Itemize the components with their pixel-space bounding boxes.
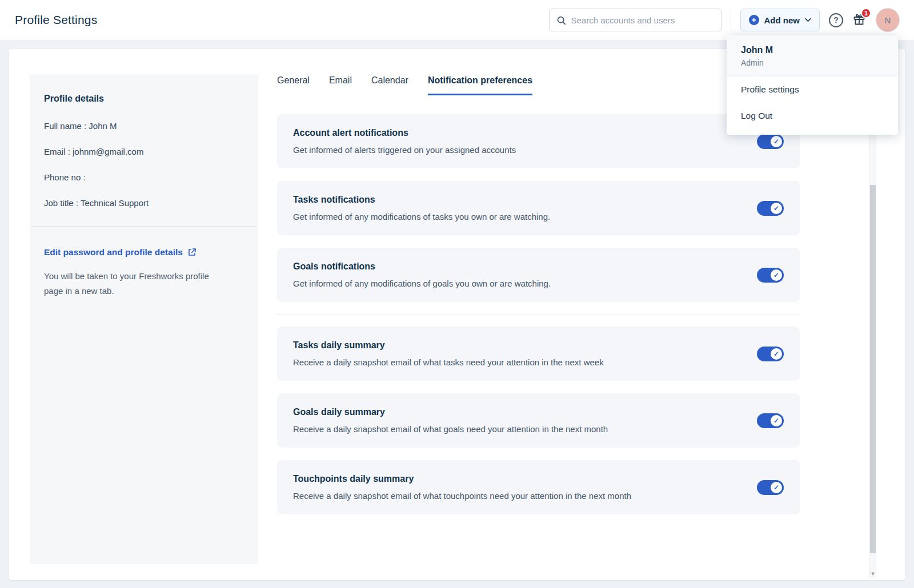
notification-row-goals-daily: Goals daily summary Receive a daily snap…: [277, 393, 800, 448]
notification-description: Get informed of alerts triggered on your…: [293, 145, 516, 155]
user-dropdown-menu: John M Admin Profile settings Log Out: [727, 35, 898, 135]
notification-description: Receive a daily snapshot email of what t…: [293, 491, 631, 501]
tab-calendar[interactable]: Calendar: [371, 75, 408, 95]
top-bar: Profile Settings + Add new ?: [0, 0, 914, 40]
user-name: John M: [741, 45, 884, 55]
scrollbar-thumb[interactable]: [870, 185, 876, 553]
notification-text: Account alert notifications Get informed…: [293, 128, 516, 155]
help-button[interactable]: ?: [829, 13, 843, 27]
check-icon: ✓: [771, 136, 782, 147]
notification-text: Goals notifications Get informed of any …: [293, 261, 551, 288]
notification-text: Tasks notifications Get informed of any …: [293, 195, 550, 221]
avatar[interactable]: N: [876, 9, 899, 31]
notification-row-tasks: Tasks notifications Get informed of any …: [277, 181, 800, 235]
notification-title: Account alert notifications: [293, 128, 516, 138]
toggle-goals-daily-summary[interactable]: ✓: [757, 413, 784, 428]
field-job-title: Job title : Technical Support: [44, 198, 244, 208]
tab-notification-preferences[interactable]: Notification preferences: [428, 75, 532, 95]
toggle-goals-notifications[interactable]: ✓: [757, 268, 784, 283]
notification-row-touchpoints-daily: Touchpoints daily summary Receive a dail…: [277, 460, 800, 514]
user-role: Admin: [741, 58, 884, 67]
tabs: General Email Calendar Notification pref…: [277, 75, 800, 95]
add-new-button[interactable]: + Add new: [740, 9, 820, 31]
plus-icon: +: [749, 15, 759, 25]
notification-description: Get informed of any modifications of tas…: [293, 212, 550, 221]
search-box[interactable]: [549, 9, 721, 31]
field-email: Email : johnm@gmail.com: [44, 147, 244, 156]
user-menu-header: John M Admin: [727, 35, 898, 76]
page-title: Profile Settings: [15, 13, 97, 27]
toggle-tasks-daily-summary[interactable]: ✓: [757, 347, 784, 361]
menu-item-profile-settings[interactable]: Profile settings: [727, 76, 898, 103]
add-new-label: Add new: [764, 15, 800, 25]
notification-row-account-alerts: Account alert notifications Get informed…: [277, 114, 800, 168]
edit-profile-link-label: Edit password and profile details: [44, 247, 183, 257]
settings-content: General Email Calendar Notification pref…: [277, 75, 800, 527]
tab-email[interactable]: Email: [329, 75, 352, 95]
field-phone: Phone no :: [44, 172, 244, 182]
notification-title: Touchpoints daily summary: [293, 474, 631, 484]
edit-profile-note: You will be taken to your Freshworks pro…: [44, 269, 210, 299]
toggle-touchpoints-daily-summary[interactable]: ✓: [757, 480, 784, 495]
toggle-tasks-notifications[interactable]: ✓: [757, 201, 784, 216]
check-icon: ✓: [771, 482, 782, 493]
notification-title: Goals notifications: [293, 261, 551, 272]
notification-title: Goals daily summary: [293, 407, 608, 417]
scroll-down-arrow[interactable]: ▼: [869, 569, 876, 578]
notification-title: Tasks notifications: [293, 195, 550, 205]
profile-details-heading: Profile details: [44, 94, 244, 104]
notification-description: Receive a daily snapshot email of what g…: [293, 424, 608, 434]
notification-row-tasks-daily: Tasks daily summary Receive a daily snap…: [277, 327, 800, 381]
panel-divider: [30, 226, 258, 227]
whats-new-button[interactable]: 1: [852, 13, 867, 27]
chevron-down-icon: [805, 18, 811, 22]
edit-profile-link[interactable]: Edit password and profile details: [44, 247, 244, 257]
menu-item-log-out[interactable]: Log Out: [727, 103, 898, 129]
external-link-icon: [187, 248, 197, 257]
profile-details-panel: Profile details Full name : John M Email…: [30, 74, 258, 564]
toggle-account-alert-notifications[interactable]: ✓: [757, 134, 784, 149]
check-icon: ✓: [771, 269, 782, 281]
notification-text: Goals daily summary Receive a daily snap…: [293, 407, 608, 434]
avatar-initial: N: [885, 15, 891, 25]
check-icon: ✓: [771, 415, 782, 426]
check-icon: ✓: [771, 203, 782, 214]
search-icon: [556, 15, 566, 25]
tab-general[interactable]: General: [277, 75, 310, 95]
help-icon: ?: [833, 15, 839, 25]
notification-row-goals: Goals notifications Get informed of any …: [277, 248, 800, 302]
field-full-name: Full name : John M: [44, 121, 244, 131]
notification-text: Tasks daily summary Receive a daily snap…: [293, 340, 604, 367]
notification-description: Get informed of any modifications of goa…: [293, 279, 551, 288]
notification-description: Receive a daily snapshot email of what t…: [293, 357, 604, 367]
search-input[interactable]: [571, 15, 714, 25]
topbar-divider: [731, 12, 731, 28]
group-divider: [277, 315, 800, 315]
notification-badge: 1: [861, 8, 871, 18]
topbar-actions: + Add new ? 1: [549, 9, 900, 31]
check-icon: ✓: [771, 348, 782, 360]
notification-text: Touchpoints daily summary Receive a dail…: [293, 474, 631, 501]
notification-title: Tasks daily summary: [293, 340, 604, 351]
